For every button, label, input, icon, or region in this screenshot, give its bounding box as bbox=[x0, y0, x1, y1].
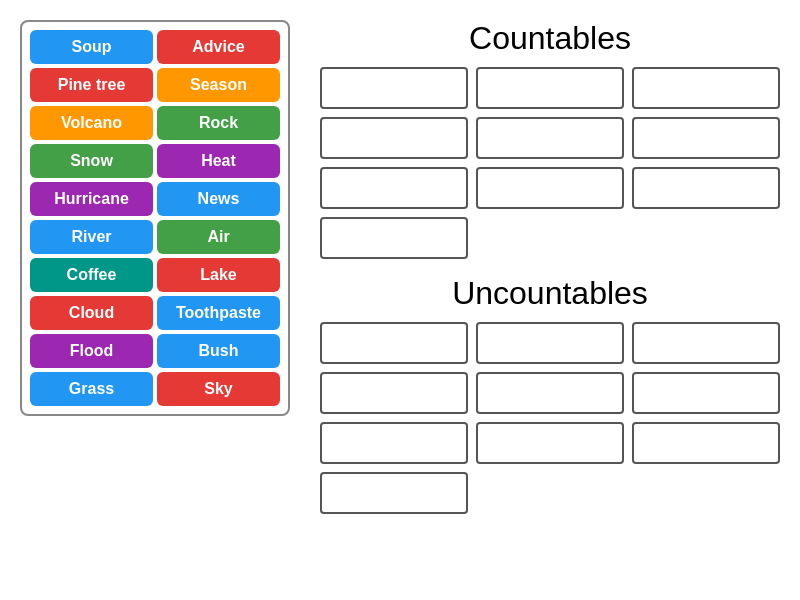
word-tile[interactable]: Pine tree bbox=[30, 68, 153, 102]
uncountables-grid bbox=[320, 322, 780, 514]
drop-cell[interactable] bbox=[320, 422, 468, 464]
countables-grid bbox=[320, 67, 780, 259]
drop-cell[interactable] bbox=[320, 67, 468, 109]
word-tile[interactable]: Heat bbox=[157, 144, 280, 178]
word-tile[interactable]: Hurricane bbox=[30, 182, 153, 216]
drop-cell[interactable] bbox=[320, 117, 468, 159]
drop-cell[interactable] bbox=[320, 217, 468, 259]
drop-cell[interactable] bbox=[632, 322, 780, 364]
drop-cell[interactable] bbox=[476, 372, 624, 414]
word-tile[interactable]: Soup bbox=[30, 30, 153, 64]
word-tile[interactable]: Season bbox=[157, 68, 280, 102]
word-tile[interactable]: Snow bbox=[30, 144, 153, 178]
word-tile[interactable]: Sky bbox=[157, 372, 280, 406]
word-tile[interactable]: Toothpaste bbox=[157, 296, 280, 330]
word-tile[interactable]: Rock bbox=[157, 106, 280, 140]
word-panel: SoupAdvicePine treeSeasonVolcanoRockSnow… bbox=[20, 20, 290, 416]
uncountables-title: Uncountables bbox=[320, 275, 780, 312]
drop-cell[interactable] bbox=[632, 372, 780, 414]
drop-cell[interactable] bbox=[476, 67, 624, 109]
drop-cell[interactable] bbox=[476, 117, 624, 159]
word-tile[interactable]: Grass bbox=[30, 372, 153, 406]
drop-cell[interactable] bbox=[476, 422, 624, 464]
word-tile[interactable]: Advice bbox=[157, 30, 280, 64]
drop-cell[interactable] bbox=[320, 372, 468, 414]
word-tile[interactable]: Lake bbox=[157, 258, 280, 292]
word-tile[interactable]: River bbox=[30, 220, 153, 254]
drop-cell[interactable] bbox=[632, 117, 780, 159]
drop-cell[interactable] bbox=[320, 472, 468, 514]
word-tile[interactable]: Coffee bbox=[30, 258, 153, 292]
word-tile[interactable]: News bbox=[157, 182, 280, 216]
word-tile[interactable]: Flood bbox=[30, 334, 153, 368]
countables-title: Countables bbox=[320, 20, 780, 57]
drop-cell[interactable] bbox=[320, 322, 468, 364]
drop-cell[interactable] bbox=[632, 67, 780, 109]
drop-cell[interactable] bbox=[476, 167, 624, 209]
drop-cell[interactable] bbox=[476, 322, 624, 364]
right-panel: Countables Uncountables bbox=[320, 20, 780, 514]
word-tile[interactable]: Cloud bbox=[30, 296, 153, 330]
word-tile[interactable]: Bush bbox=[157, 334, 280, 368]
word-tile[interactable]: Volcano bbox=[30, 106, 153, 140]
drop-cell[interactable] bbox=[632, 422, 780, 464]
drop-cell[interactable] bbox=[632, 167, 780, 209]
drop-cell[interactable] bbox=[320, 167, 468, 209]
word-tile[interactable]: Air bbox=[157, 220, 280, 254]
